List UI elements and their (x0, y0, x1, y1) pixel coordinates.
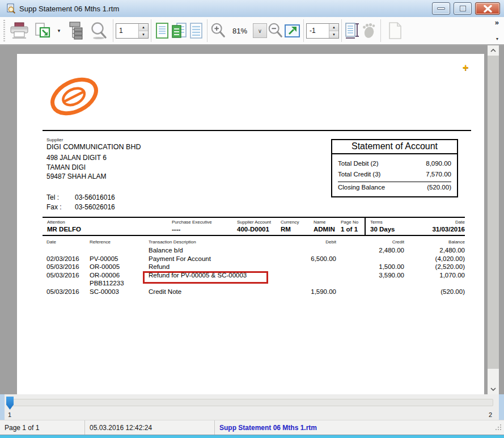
info-date: Date 31/03/2016 (416, 218, 465, 235)
close-icon (484, 5, 492, 12)
minimize-button[interactable] (432, 2, 450, 15)
info-supplier-account: Supplier Account 400-D0001 (237, 218, 281, 235)
open-window-icon (284, 23, 301, 38)
export-icon (35, 23, 52, 39)
chevron-down-icon (490, 388, 496, 391)
overflow-chevrons-icon[interactable]: » (495, 20, 498, 26)
scroll-up-button[interactable] (488, 45, 499, 56)
zoom-dropdown-button[interactable]: ∨ (253, 23, 267, 38)
zoom-in-button[interactable] (210, 19, 227, 43)
zoom-out-button[interactable] (267, 19, 284, 43)
page-spin-down-icon[interactable]: ▼ (139, 31, 148, 38)
total-credit-value: 7,570.00 (426, 171, 451, 178)
statement-title: Statement of Account (332, 140, 457, 154)
scrollbar-track[interactable] (488, 369, 499, 384)
whole-page-button[interactable] (154, 19, 171, 43)
toolbar-separator (151, 19, 151, 42)
closing-balance-label: Closing Balance (338, 184, 385, 191)
closing-balance-row: Closing Balance (520.00) (338, 182, 451, 191)
supplier-address: 498 JALAN DIGIT 6 TAMAN DIGI 59487 SHAH … (46, 153, 107, 182)
trackbar-track[interactable] (7, 399, 493, 406)
watermark-button[interactable] (361, 19, 378, 43)
search-icon (89, 22, 108, 40)
address-line: TAMAN DIGI (46, 163, 107, 172)
toolbar-separator (113, 19, 113, 42)
toolbar-grip[interactable] (3, 20, 5, 41)
outline-tree-icon (65, 22, 84, 40)
toolbar-separator (303, 19, 304, 42)
summary-row: Total Debit (2) 8,090.00 (338, 160, 451, 167)
scrollbar-thumb[interactable] (488, 56, 499, 369)
header-rule (43, 130, 471, 131)
info-name: Name ADMIN (314, 218, 341, 235)
info-purchase-executive: Purchase Executive ---- (172, 218, 237, 235)
page-setup-button[interactable] (344, 19, 361, 43)
export-button[interactable] (31, 19, 55, 43)
table-row: 02/03/2016 PV-00005 Payment For Account … (43, 255, 465, 263)
find-button[interactable] (87, 19, 111, 43)
annotation-plus-icon: + (463, 62, 469, 74)
status-page-info: Page 1 of 1 (0, 424, 84, 432)
preview-area: + Supplier DIGI COMMUNICATION BHD 498 JA… (0, 45, 504, 394)
statement-summary-box: Statement of Account Total Debit (2) 8,0… (331, 139, 458, 197)
two-pages-icon (171, 22, 187, 39)
print-preview-icon (6, 3, 16, 14)
titlebar[interactable]: Supp Statement 06 Mths 1.rtm (0, 0, 504, 17)
toolbar-overflow[interactable]: » ▾ (493, 19, 501, 43)
two-pages-button[interactable] (171, 19, 188, 43)
closing-balance-value: (520.00) (427, 184, 451, 191)
page-number-spinner[interactable]: 1 ▲ ▼ (116, 23, 149, 39)
supplier-name: DIGI COMMUNICATION BHD (46, 143, 141, 151)
zoom-percent-label: 81% (231, 27, 248, 35)
toolbar-separator (341, 19, 342, 42)
trackbar-thumb[interactable] (6, 397, 14, 410)
status-datetime: 05.03.2016 12:42:24 (85, 424, 214, 432)
full-screen-button[interactable] (284, 19, 301, 43)
offset-spin-up-icon[interactable]: ▲ (329, 24, 338, 31)
status-filename: Supp Statement 06 Mths 1.rtm (215, 424, 495, 432)
tel-value: 03-56016016 (75, 193, 115, 203)
report-preview-window: Supp Statement 06 Mths 1.rtm (0, 0, 504, 438)
info-terms: Terms 30 Days (365, 218, 416, 235)
blank-page-icon (388, 22, 403, 39)
maximize-icon (460, 6, 466, 11)
status-bar: Page 1 of 1 05.03.2016 12:42:24 Supp Sta… (0, 420, 504, 435)
new-page-button[interactable] (383, 19, 407, 43)
page-spin-up-icon[interactable]: ▲ (139, 24, 148, 31)
overflow-down-icon[interactable]: ▾ (496, 36, 498, 41)
footprint-icon (362, 22, 378, 39)
trackbar-start-label: 1 (8, 411, 11, 418)
total-debit-value: 8,090.00 (426, 160, 451, 167)
print-button[interactable] (7, 19, 31, 43)
scroll-down-button[interactable] (488, 384, 499, 394)
table-row: 05/03/2016 SC-00003 Credit Note 1,590.00… (43, 288, 465, 296)
supplier-label: Supplier (46, 137, 63, 142)
vertical-scrollbar[interactable] (488, 45, 499, 394)
resize-grip[interactable] (495, 424, 502, 431)
page-width-button[interactable] (188, 19, 205, 43)
chevron-up-icon (490, 49, 496, 52)
export-dropdown-arrow[interactable]: ▾ (55, 19, 63, 43)
total-debit-label: Total Debit (2) (338, 160, 379, 167)
offset-spin-down-icon[interactable]: ▼ (329, 31, 338, 38)
toolbar-separator (207, 19, 207, 42)
maximize-button[interactable] (454, 2, 472, 15)
report-page: + Supplier DIGI COMMUNICATION BHD 498 JA… (17, 54, 484, 394)
thumbnails-button[interactable] (63, 19, 87, 43)
info-page-no: Page No 1 of 1 (341, 218, 365, 235)
page-number-value[interactable]: 1 (116, 24, 138, 38)
table-row: 05/03/2016 OR-00005 Refund 1,500.00 (2,5… (43, 263, 465, 271)
offset-spinner[interactable]: -1 ▲ ▼ (306, 23, 339, 39)
offset-spinner-value[interactable]: -1 (307, 24, 329, 38)
printer-icon (9, 22, 29, 39)
chevron-down-icon: ∨ (258, 28, 262, 34)
info-attention: Attention MR DELFO (43, 218, 172, 235)
close-button[interactable] (475, 2, 500, 15)
transactions-header-row: Date Reference Transaction Description D… (43, 239, 465, 245)
info-currency: Currency RM (281, 218, 314, 235)
account-info-band: Attention MR DELFO Purchase Executive --… (43, 217, 465, 236)
annotation-red-box (143, 271, 268, 284)
address-line: 59487 SHAH ALAM (46, 172, 107, 182)
minimize-icon (437, 7, 445, 10)
address-line: 498 JALAN DIGIT 6 (46, 153, 107, 163)
